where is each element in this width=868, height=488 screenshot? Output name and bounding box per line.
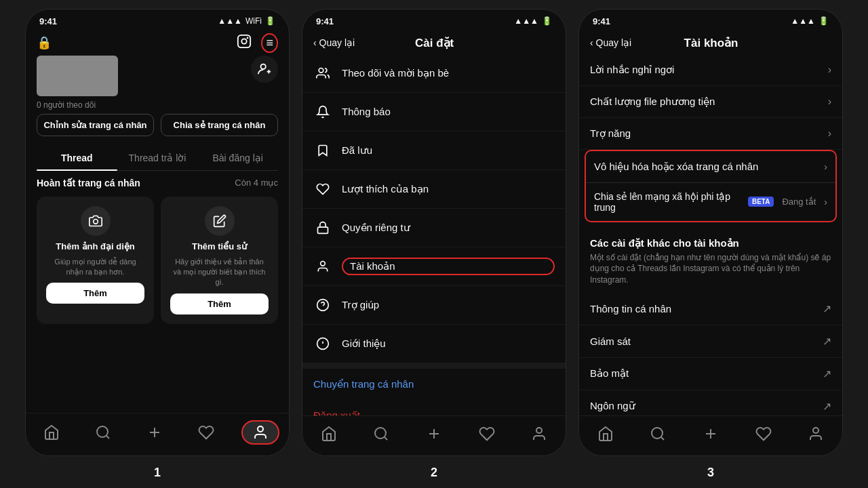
status-icons-3: ▲▲▲ 🔋: [791, 16, 829, 26]
profile-top: 0 người theo dõi: [37, 56, 278, 110]
bottom-nav-2: [302, 415, 566, 455]
battery-icon: 🔋: [265, 16, 275, 26]
accessibility-item[interactable]: Trợ năng ›: [579, 118, 842, 150]
help-icon: [313, 296, 332, 314]
nav-profile-3[interactable]: [800, 423, 832, 445]
tab-thread-reply[interactable]: Thread trả lời: [117, 146, 198, 170]
follow-icon: [313, 64, 332, 83]
nav-profile-2[interactable]: [523, 423, 555, 445]
edit-profile-button[interactable]: Chỉnh sửa trang cá nhân: [37, 114, 154, 136]
settings-account[interactable]: Tài khoản: [302, 247, 566, 286]
settings-help[interactable]: Trợ giúp: [302, 286, 566, 325]
about-icon: [313, 334, 332, 353]
switch-profile-btn[interactable]: Chuyển trang cá nhân: [302, 369, 566, 400]
settings-follow[interactable]: Theo dõi và mời bạn bè: [302, 54, 566, 93]
screen-label-2: 2: [431, 466, 437, 480]
signal-icon-3: ▲▲▲: [791, 16, 815, 26]
language-item[interactable]: Ngôn ngữ ↗: [579, 390, 842, 415]
account-icon: [313, 257, 332, 276]
nav-search-1[interactable]: [87, 422, 119, 443]
share-arrow: ›: [824, 197, 827, 207]
back-button-2[interactable]: ‹ ‹ Quay lạiQuay lại: [313, 37, 355, 48]
status-icons-1: ▲▲▲ WiFi 🔋: [218, 16, 275, 26]
switch-profile-label: Chuyển trang cá nhân: [313, 378, 414, 390]
settings-privacy[interactable]: Quyền riêng tư: [302, 209, 566, 247]
svg-point-20: [375, 428, 386, 439]
about-label: Giới thiệu: [342, 338, 555, 350]
personal-info-item[interactable]: Thông tin cá nhân ↗: [579, 293, 842, 325]
tab-repost[interactable]: Bài đăng lại: [197, 146, 278, 170]
nav-search-2[interactable]: [365, 423, 397, 445]
privacy-label: Quyền riêng tư: [342, 222, 555, 234]
add-bio-title: Thêm tiểu sử: [192, 241, 247, 251]
supervision-label: Giám sát: [590, 336, 823, 347]
nav-compose-3[interactable]: [694, 423, 727, 445]
other-settings-section: Các cài đặt khác cho tài khoản Một số cà…: [579, 228, 842, 293]
settings-likes[interactable]: Lượt thích của bạn: [302, 170, 566, 209]
status-icons-2: ▲▲▲ 🔋: [514, 16, 552, 26]
rest-reminder-item[interactable]: Lời nhắc nghỉ ngơi ›: [579, 54, 842, 86]
nav-search-3[interactable]: [642, 423, 674, 445]
accessibility-label: Trợ năng: [590, 127, 828, 140]
nav-compose-1[interactable]: [138, 422, 171, 443]
screen1: 9:41 ▲▲▲ WiFi 🔋 🔒: [25, 9, 290, 456]
deactivate-item[interactable]: Vô hiệu hóa hoặc xóa trang cá nhân ›: [586, 151, 835, 183]
screen2-wrapper: 9:41 ▲▲▲ 🔋 ‹ ‹ Quay lạiQuay lại Cài đặt: [302, 9, 566, 480]
tab-thread[interactable]: Thread: [37, 146, 117, 170]
share-decentralized-item[interactable]: Chia sẻ lên mạng xã hội phi tập trung BE…: [586, 183, 835, 221]
status-bar-2: 9:41 ▲▲▲ 🔋: [302, 9, 566, 29]
nav-notifications-1[interactable]: [190, 422, 222, 443]
avatar-placeholder: [37, 56, 118, 96]
deactivate-arrow: ›: [824, 161, 827, 172]
settings-list: Theo dõi và mời bạn bè Thông báo Đã lưu: [302, 54, 566, 415]
other-settings-title: Các cài đặt khác cho tài khoản: [579, 228, 842, 252]
account-settings-list: Lời nhắc nghỉ ngơi › Chất lượng file phư…: [579, 54, 842, 415]
battery-icon-2: 🔋: [542, 16, 552, 26]
screen1-wrapper: 9:41 ▲▲▲ WiFi 🔋 🔒: [25, 9, 290, 480]
add-friend-button[interactable]: [251, 56, 278, 83]
help-label: Trợ giúp: [342, 299, 555, 311]
settings-notification[interactable]: Thông báo: [302, 93, 566, 131]
svg-rect-0: [238, 35, 250, 47]
nav-notifications-2[interactable]: [471, 423, 503, 445]
settings-about[interactable]: Giới thiệu: [302, 325, 566, 363]
svg-point-24: [536, 428, 542, 433]
logout-btn[interactable]: Đăng xuất: [302, 400, 566, 415]
screen-label-3: 3: [707, 466, 714, 480]
supervision-item[interactable]: Giám sát ↗: [579, 325, 842, 358]
nav-home-3[interactable]: [589, 423, 622, 445]
svg-point-3: [261, 64, 266, 68]
account-label: Tài khoản: [342, 258, 555, 275]
settings-saved[interactable]: Đã lưu: [302, 131, 566, 170]
svg-point-14: [321, 261, 326, 266]
likes-label: Lượt thích của bạn: [342, 183, 555, 195]
nav-notifications-3[interactable]: [747, 423, 780, 445]
ext-icon-4: ↗: [823, 400, 831, 413]
nav-home-2[interactable]: [313, 423, 345, 445]
add-photo-button[interactable]: Thêm: [46, 283, 144, 304]
pencil-icon: [205, 206, 235, 236]
logout-label: Đăng xuất: [313, 409, 360, 415]
security-item[interactable]: Bảo mật ↗: [579, 358, 842, 390]
nav-profile-1[interactable]: [241, 420, 279, 445]
share-profile-button[interactable]: Chia sẻ trang cá nhân: [161, 114, 278, 136]
nav-home-1[interactable]: [35, 422, 68, 443]
arrow-icon-2: ›: [828, 96, 831, 108]
beta-badge: BETA: [748, 197, 774, 207]
profile-action-buttons: Chỉnh sửa trang cá nhân Chia sẻ trang cá…: [37, 114, 278, 136]
back-button-3[interactable]: ‹ Quay lại: [590, 37, 631, 48]
svg-point-1: [242, 39, 247, 43]
status-time-2: 9:41: [316, 16, 334, 26]
media-quality-label: Chất lượng file phương tiện: [590, 96, 828, 108]
likes-icon: [313, 180, 332, 199]
personal-info-label: Thông tin cá nhân: [590, 303, 823, 314]
menu-icon[interactable]: ≡: [261, 33, 278, 53]
nav-compose-2[interactable]: [418, 423, 450, 445]
share-decentralized-label: Chia sẻ lên mạng xã hội phi tập trung: [594, 191, 743, 213]
add-bio-button[interactable]: Thêm: [170, 293, 269, 314]
media-quality-item[interactable]: Chất lượng file phương tiện ›: [579, 86, 842, 118]
language-label: Ngôn ngữ: [590, 400, 823, 412]
svg-point-2: [247, 37, 249, 39]
remaining-text: Còn 4 mục: [235, 178, 278, 188]
screen2: 9:41 ▲▲▲ 🔋 ‹ ‹ Quay lạiQuay lại Cài đặt: [302, 9, 566, 456]
